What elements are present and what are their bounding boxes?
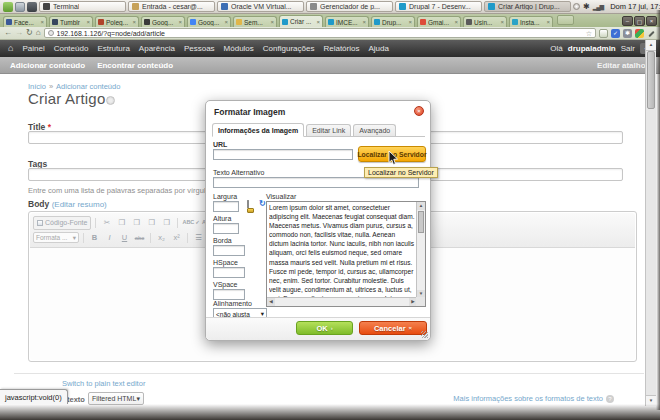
ok-button[interactable]: OK› (296, 321, 353, 335)
cancel-button[interactable]: Cancelar× (359, 321, 427, 335)
window-minimize-button[interactable]: – (622, 16, 633, 26)
tab-close-icon[interactable]: × (362, 19, 366, 25)
paste-text-icon[interactable]: ❒ (145, 217, 158, 229)
dialog-close-button[interactable]: × (414, 106, 424, 116)
switch-plain-text-link[interactable]: Switch to plain text editor (62, 379, 145, 388)
tab-close-icon[interactable]: × (224, 19, 228, 25)
forward-button[interactable]: → (15, 29, 23, 37)
text-format-help-link[interactable]: Mais informações sobre os formatos de te… (453, 394, 614, 403)
wrench-menu-icon[interactable] (647, 29, 656, 38)
username[interactable]: drupaladmin (568, 44, 616, 53)
tab-close-icon[interactable]: × (316, 19, 320, 25)
logout-link[interactable]: Sair (621, 44, 635, 53)
scroll-up-icon[interactable]: ▲ (646, 40, 656, 51)
tray-status-icon[interactable] (573, 3, 580, 10)
tab-drupal[interactable]: Drup...× (371, 16, 415, 27)
admin-menu-painel[interactable]: Painel (22, 44, 44, 53)
taskbar-window-drupal[interactable]: Drupal 7 - Desenv... (395, 1, 482, 12)
preview-vscrollbar[interactable]: ▲ ▼ (416, 202, 425, 298)
address-bar[interactable]: 192.168.1.126/?q=node/add/article ☆ (44, 28, 596, 38)
tray-signal-icon[interactable]: ▂▄▆ (593, 4, 603, 10)
vspace-input[interactable] (213, 289, 245, 300)
admin-menu-aparencia[interactable]: Aparência (139, 44, 175, 53)
show-desktop-icon[interactable] (27, 2, 37, 12)
paragraph-format-select[interactable]: Formata ...▾ (33, 232, 79, 243)
subscript-icon[interactable]: x₂ (155, 232, 168, 244)
tab-facebook[interactable]: Face...× (3, 16, 47, 27)
extension-icon-2[interactable]: ✓ (611, 29, 620, 38)
paste-word-icon[interactable]: ❒ (160, 217, 173, 229)
tab-image-info[interactable]: Informações da Imagem (212, 123, 304, 137)
scroll-down-icon[interactable]: ▼ (646, 395, 656, 406)
alt-text-input[interactable] (213, 177, 419, 188)
tab-close-icon[interactable]: × (454, 19, 458, 25)
spellcheck-icon[interactable]: ABC✓ (182, 217, 200, 229)
admin-menu-ajuda[interactable]: Ajuda (368, 44, 388, 53)
admin-menu-estrutura[interactable]: Estrutura (97, 44, 129, 53)
tab-google-1[interactable]: Goog...× (141, 16, 185, 27)
strikethrough-icon[interactable]: abc (133, 232, 146, 244)
scroll-up-icon[interactable]: ▲ (417, 202, 425, 210)
edit-summary-link[interactable]: (Editar resumo) (52, 200, 107, 209)
italic-icon[interactable]: I (103, 232, 116, 244)
source-button[interactable]: Código-Fonte (33, 216, 91, 230)
edit-shortcuts-link[interactable]: Editar atalhos (597, 61, 650, 70)
tab-close-icon[interactable]: × (86, 19, 90, 25)
superscript-icon[interactable]: x² (170, 232, 183, 244)
home-button[interactable]: ⌂ (36, 29, 41, 37)
bold-icon[interactable]: B (88, 232, 101, 244)
page-scrollbar[interactable]: ▲ ▼ (645, 40, 656, 406)
extension-icon-4[interactable] (635, 29, 644, 38)
url-text[interactable]: 192.168.1.126/?q=node/add/article (57, 30, 583, 37)
reload-button[interactable]: ↻ (26, 29, 33, 37)
taskbar-window-email[interactable]: Entrada - cesar@... (128, 1, 215, 12)
width-input[interactable] (213, 201, 239, 212)
window-close-button[interactable]: × (646, 16, 657, 26)
shortcut-add-content[interactable]: Adicionar conteúdo (10, 61, 85, 70)
bookmark-star-icon[interactable]: ☆ (586, 30, 592, 37)
tab-criar-artigo[interactable]: Criar ...× (279, 15, 323, 27)
reset-size-icon[interactable]: ↻ (259, 200, 266, 208)
new-tab-button[interactable] (557, 15, 574, 25)
extension-icon-3[interactable]: ✱ (623, 29, 632, 38)
lock-ratio-icon[interactable] (247, 201, 255, 212)
tab-close-icon[interactable]: × (132, 19, 136, 25)
taskbar-window-virtualbox[interactable]: Oracle VM Virtual... (217, 1, 304, 12)
url-input[interactable] (213, 149, 353, 160)
paste-icon[interactable]: ❒ (130, 217, 143, 229)
cut-icon[interactable]: ✂ (100, 217, 113, 229)
admin-home-icon[interactable]: ⌂ (8, 44, 13, 53)
scroll-thumb[interactable] (647, 51, 655, 109)
tab-close-icon[interactable]: × (500, 19, 504, 25)
hspace-input[interactable] (213, 267, 245, 278)
tray-network-icon[interactable]: ✱ (583, 3, 590, 11)
admin-menu-pessoas[interactable]: Pessoas (184, 44, 215, 53)
taskbar-clock[interactable]: Dom 17 jul, 17:28 (610, 2, 660, 11)
tab-edit-link[interactable]: Editar Link (306, 124, 351, 136)
contextual-gear-icon[interactable] (106, 96, 115, 105)
tab-sem[interactable]: Sem...× (233, 16, 277, 27)
admin-menu-configuracoes[interactable]: Configurações (263, 44, 315, 53)
tab-close-icon[interactable]: × (40, 19, 44, 25)
tab-close-icon[interactable]: × (546, 19, 550, 25)
tab-usin[interactable]: Usin...× (463, 16, 507, 27)
tab-close-icon[interactable]: × (408, 19, 412, 25)
window-maximize-button[interactable]: ▢ (634, 16, 645, 26)
taskbar-window-package-manager[interactable]: Gerenciador de p... (306, 1, 393, 12)
tab-google-2[interactable]: Goog...× (187, 16, 231, 27)
taskbar-window-criar-artigo[interactable]: Criar Artigo | Drup... (484, 1, 571, 12)
scroll-left-icon[interactable]: ◀ (267, 298, 275, 306)
tab-tumblr[interactable]: Tumblr× (49, 16, 93, 27)
gnome-menu-icon[interactable] (3, 2, 13, 12)
underline-icon[interactable]: U (118, 232, 131, 244)
dialog-resize-handle[interactable] (421, 331, 428, 338)
tab-gmail[interactable]: Gmai...× (417, 16, 461, 27)
admin-menu-conteudo[interactable]: Conteúdo (54, 44, 89, 53)
back-button[interactable]: ← (4, 29, 12, 37)
workspace-icon[interactable] (15, 2, 25, 12)
extension-icon-1[interactable] (599, 29, 608, 38)
tab-close-icon[interactable]: × (178, 19, 182, 25)
tab-close-icon[interactable]: × (270, 19, 274, 25)
copy-icon[interactable]: ❐ (115, 217, 128, 229)
tab-imce[interactable]: IMCE...× (325, 16, 369, 27)
